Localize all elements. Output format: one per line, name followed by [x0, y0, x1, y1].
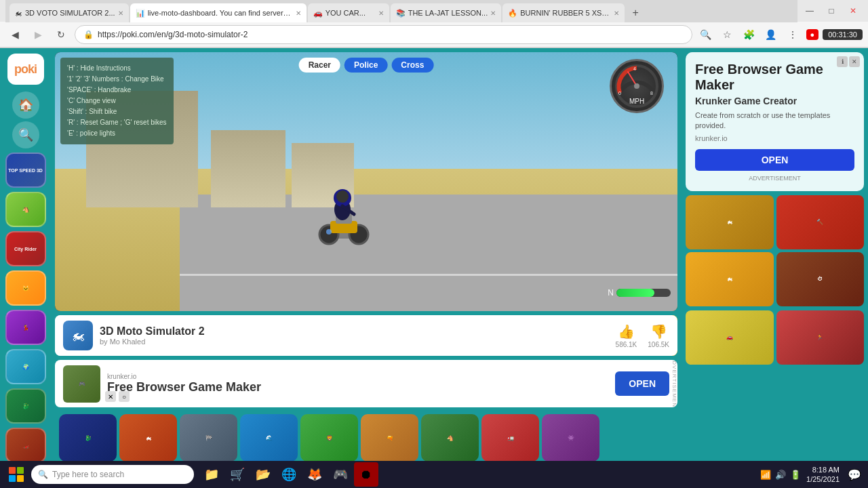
bottom-thumb-4[interactable]: 🌊: [240, 414, 298, 462]
bt7-icon: 🐴: [447, 435, 454, 441]
tab-1-label: 3D VOTO SIMULATOR 2...: [25, 9, 115, 17]
extensions-icon-button[interactable]: 🧩: [740, 25, 759, 44]
notification-button[interactable]: 💬: [845, 465, 864, 484]
taskbar-app-firefox[interactable]: 🦊: [302, 462, 327, 487]
bottom-thumb-2[interactable]: 🏍: [119, 414, 177, 462]
ad-banner-open-button[interactable]: OPEN: [615, 371, 669, 396]
battery-icon: 🔋: [790, 470, 801, 480]
windows-logo: [9, 467, 24, 482]
reload-button[interactable]: ↻: [52, 25, 71, 44]
taskbar-app-folder[interactable]: 📂: [251, 462, 275, 487]
maximize-button[interactable]: □: [822, 1, 841, 20]
road-line: [180, 274, 677, 276]
tab-4-close[interactable]: ✕: [490, 9, 496, 17]
tab-2[interactable]: 📊 live-moto-dashboard. You can find serv…: [130, 3, 307, 22]
taskbar-app-game[interactable]: 🎮: [328, 462, 353, 487]
right-game-6[interactable]: 🏃: [776, 310, 865, 365]
tab-3-close[interactable]: ✕: [378, 9, 384, 17]
sidebar-game-4[interactable]: 🐱: [5, 270, 46, 306]
close-window-button[interactable]: ✕: [844, 1, 863, 20]
minimize-button[interactable]: —: [800, 1, 819, 20]
bottom-thumb-1[interactable]: 🐉: [59, 414, 117, 462]
ad-card-close-button[interactable]: ✕: [849, 56, 860, 67]
rg4-icon: ⏱: [817, 276, 823, 282]
bottom-thumb-3[interactable]: 🏁: [180, 414, 237, 462]
volume-icon: 🔊: [775, 470, 786, 480]
search-icon-button[interactable]: 🔍: [696, 25, 715, 44]
ad-close-o-button[interactable]: ○: [119, 391, 130, 402]
svg-point-15: [634, 83, 639, 89]
taskbar-search[interactable]: 🔍 Type here to search: [31, 465, 194, 484]
like-button[interactable]: 👍 586.1K: [616, 323, 637, 348]
right-game-5[interactable]: 🚗: [686, 310, 774, 365]
ad-close-x-button[interactable]: ✕: [105, 391, 116, 402]
ad-card-info-icon[interactable]: ℹ: [837, 56, 848, 67]
start-button[interactable]: [4, 462, 28, 487]
tab-1[interactable]: 🏍 3D VOTO SIMULATOR 2... ✕: [9, 3, 129, 22]
health-icon: N: [608, 288, 614, 298]
tab-bar: 🏍 3D VOTO SIMULATOR 2... ✕ 📊 live-moto-d…: [5, 0, 797, 22]
forward-button[interactable]: ▶: [28, 25, 47, 44]
taskbar-app-store[interactable]: 🛒: [225, 462, 250, 487]
tab-4[interactable]: 📚 THE LA-JAT LESSON... ✕: [391, 3, 502, 22]
police-mode-button[interactable]: Police: [344, 58, 387, 73]
tab-2-close[interactable]: ✕: [296, 9, 301, 17]
recording-badge: ●: [806, 29, 819, 40]
bt8-icon: 🚛: [507, 435, 514, 441]
game-title-area: 3D Moto Simulator 2 by Mo Khaled: [100, 325, 609, 346]
poki-logo[interactable]: poki: [7, 54, 44, 85]
svg-point-9: [326, 229, 332, 235]
right-game-4[interactable]: ⏱: [776, 252, 865, 306]
speedo-circle: 0 8 4 MPH: [610, 59, 664, 113]
bottom-thumb-7[interactable]: 🐴: [421, 414, 479, 462]
taskbar-app-browser[interactable]: 🌐: [277, 462, 301, 487]
taskbar-app-files[interactable]: 📁: [199, 462, 224, 487]
sidebar-icons: 🏠 🔍: [3, 92, 48, 148]
taskbar-app-rec[interactable]: ⏺: [354, 462, 378, 487]
menu-icon-button[interactable]: ⋮: [783, 25, 802, 44]
star-icon-button[interactable]: ☆: [718, 25, 737, 44]
cross-mode-button[interactable]: Cross: [391, 58, 433, 73]
game-road: [180, 195, 677, 311]
sidebar-game-2-label: 🐴: [7, 193, 45, 226]
ad-text-area: krunker.io Free Browser Game Maker: [107, 373, 608, 394]
bottom-thumb-8[interactable]: 🚛: [481, 414, 539, 462]
game-mode-bar: Racer Police Cross: [299, 58, 434, 73]
home-icon-button[interactable]: 🏠: [12, 92, 39, 119]
tab-5[interactable]: 🔥 BURNIN' RUBBER 5 XS - Play B... ✕: [502, 3, 625, 22]
bt5-icon: 🦁: [326, 435, 333, 441]
tab-1-close[interactable]: ✕: [118, 9, 123, 17]
profile-icon-button[interactable]: 👤: [762, 25, 781, 44]
sidebar-game-1[interactable]: TOP SPEED 3D: [5, 152, 46, 188]
game-info-bar-wrapper: 🏍 3D Moto Simulator 2 by Mo Khaled 👍 586…: [55, 315, 677, 356]
bottom-thumb-5[interactable]: 🦁: [300, 414, 358, 462]
sidebar-game-5[interactable]: 💃: [5, 310, 46, 345]
back-button[interactable]: ◀: [5, 25, 24, 44]
search-icon-button-sidebar[interactable]: 🔍: [12, 121, 39, 148]
dislike-button[interactable]: 👎 106.5K: [648, 323, 669, 348]
right-game-3[interactable]: 🏍: [686, 252, 774, 306]
like-dislike-area: 👍 586.1K 👎 106.5K: [616, 323, 669, 348]
sidebar-game-8[interactable]: 🏎️: [5, 428, 46, 463]
tab-3[interactable]: 🚗 YOU CAR... ✕: [308, 3, 389, 22]
new-tab-button[interactable]: +: [626, 3, 645, 22]
racer-mode-button[interactable]: Racer: [299, 58, 340, 73]
game-container[interactable]: 0 8 4 MPH 'H' : Hide Instructions '1' '2…: [55, 52, 677, 311]
tab-5-close[interactable]: ✕: [614, 9, 619, 17]
ad-card-open-button[interactable]: OPEN: [695, 149, 854, 171]
sidebar-game-2[interactable]: 🐴: [5, 192, 46, 227]
sidebar-game-3[interactable]: City Rider: [5, 231, 46, 266]
rg2-icon: 🔨: [816, 219, 823, 225]
sidebar-game-6[interactable]: 🌍: [5, 349, 46, 384]
speedometer: 0 8 4 MPH: [610, 59, 671, 120]
bottom-thumb-9[interactable]: 👾: [542, 414, 599, 462]
sidebar-game-7[interactable]: 🐉: [5, 388, 46, 424]
right-game-2[interactable]: 🔨: [776, 195, 865, 249]
address-bar[interactable]: 🔒 https://poki.com/en/g/3d-moto-simulato…: [75, 25, 692, 44]
time-display: 8:18 AM: [806, 465, 840, 474]
right-game-1[interactable]: 🏍: [686, 195, 774, 249]
ad-card-title: Free Browser Game Maker: [695, 62, 854, 93]
taskbar-search-icon: 🔍: [38, 470, 48, 479]
bottom-thumb-6[interactable]: 🔫: [361, 414, 418, 462]
instruction-2: '1' '2' '3' Numbers : Change Bike: [67, 74, 167, 85]
